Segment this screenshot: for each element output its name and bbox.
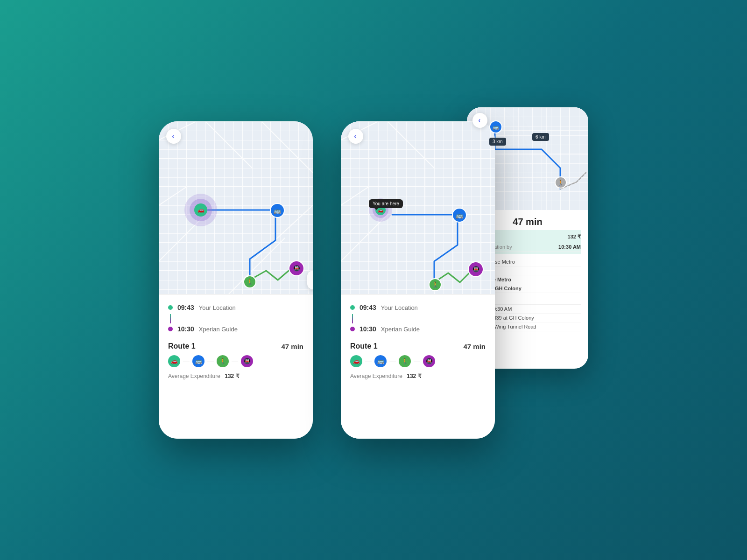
expenditure-value: 132 ₹ — [568, 234, 581, 240]
route-duration-2: 47 min — [463, 343, 486, 350]
map-area-left: ‹ 🚗 🚌 🚶 🚇 — [159, 121, 313, 294]
back-button-middle[interactable]: ‹ — [348, 129, 363, 144]
walk-marker-detail: 🚶 — [555, 176, 567, 189]
metro-icon: 🚇 — [241, 355, 253, 367]
start-dot — [168, 305, 173, 310]
expense-label: Average Expenditure — [168, 373, 220, 379]
current-location-dot: 🚗 — [194, 203, 207, 217]
toggle-handle[interactable] — [307, 271, 313, 289]
walk-icon: 🚶 — [217, 355, 229, 367]
you-are-here-tooltip: You are here — [369, 199, 403, 208]
end-dot — [168, 327, 173, 331]
chevron-left-icon-3: ‹ — [478, 116, 480, 125]
back-button-detail[interactable]: ‹ — [472, 113, 487, 128]
route-info-row: Route 1 47 min — [168, 342, 303, 350]
chevron-left-icon-2: ‹ — [354, 132, 356, 140]
walk-marker-1: 🚶 — [243, 275, 256, 288]
expense-amount-2: 132 ₹ — [407, 373, 421, 379]
metro-marker-2: 🚇 — [468, 261, 484, 277]
bus-icon-2: 🚌 — [374, 355, 387, 367]
transport-icons-row: 🚗 — 🚌 — 🚶 — 🚇 — [168, 355, 303, 367]
car-icon: 🚗 — [168, 355, 180, 367]
bus-stop-marker-2: 🚌 — [452, 208, 467, 223]
start-label: Your Location — [199, 304, 236, 311]
start-dot-2 — [350, 305, 355, 310]
expense-row-2: Average Expenditure 132 ₹ — [350, 373, 486, 379]
info-panel-middle: 09:43 Your Location 10:30 Xperian Guide … — [341, 294, 495, 439]
expense-row: Average Expenditure 132 ₹ — [168, 373, 303, 379]
route-name: Route 1 — [168, 342, 196, 350]
walk-marker-2: 🚶 — [429, 278, 442, 291]
end-label: Xperian Guide — [199, 326, 238, 333]
arrive-time: 10:30 AM — [558, 244, 581, 250]
dash-1: — — [183, 357, 190, 365]
end-time-2: 10:30 — [359, 325, 376, 333]
end-time: 10:30 — [177, 325, 194, 333]
route-name-2: Route 1 — [350, 342, 378, 350]
transport-icons-row-2: 🚗 — 🚌 — 🚶 — 🚇 — [350, 355, 486, 367]
walk-icon-2: 🚶 — [399, 355, 411, 367]
bus-icon: 🚌 — [192, 355, 204, 367]
route-info-row-2: Route 1 47 min — [350, 342, 486, 350]
user-location-marker: 🚗 — [184, 194, 217, 226]
start-label-2: Your Location — [381, 304, 418, 311]
phone-stack-right: ‹ 🚗 You are here 🚌 — [341, 121, 588, 439]
phone-left: ‹ 🚗 🚌 🚶 🚇 — [159, 121, 313, 439]
metro-marker-1: 🚇 — [289, 260, 304, 276]
start-time: 09:43 — [177, 304, 194, 311]
dist-label-1: 3 km — [489, 138, 506, 146]
chevron-left-icon: ‹ — [172, 132, 174, 140]
expense-label-2: Average Expenditure — [350, 373, 402, 379]
metro-icon-2: 🚇 — [423, 355, 435, 367]
end-label-2: Xperian Guide — [381, 326, 420, 333]
phone-middle: ‹ 🚗 You are here 🚌 — [341, 121, 495, 439]
bus-marker-detail: 🚌 — [489, 120, 502, 133]
bus-stop-marker-1: 🚌 — [270, 203, 285, 218]
map-area-middle: ‹ 🚗 You are here 🚌 — [341, 121, 495, 294]
start-time-2: 09:43 — [359, 304, 376, 311]
dist-label-2: 6 km — [532, 133, 549, 141]
dash-3: — — [232, 357, 238, 365]
dash-2: — — [207, 357, 214, 365]
end-dot-2 — [350, 327, 355, 331]
info-panel-left: 09:43 Your Location 10:30 Xperian Guide … — [159, 294, 313, 439]
back-button-left[interactable]: ‹ — [166, 129, 181, 144]
route-duration: 47 min — [281, 343, 303, 350]
expense-amount: 132 ₹ — [225, 373, 239, 379]
car-icon-2: 🚗 — [350, 355, 362, 367]
